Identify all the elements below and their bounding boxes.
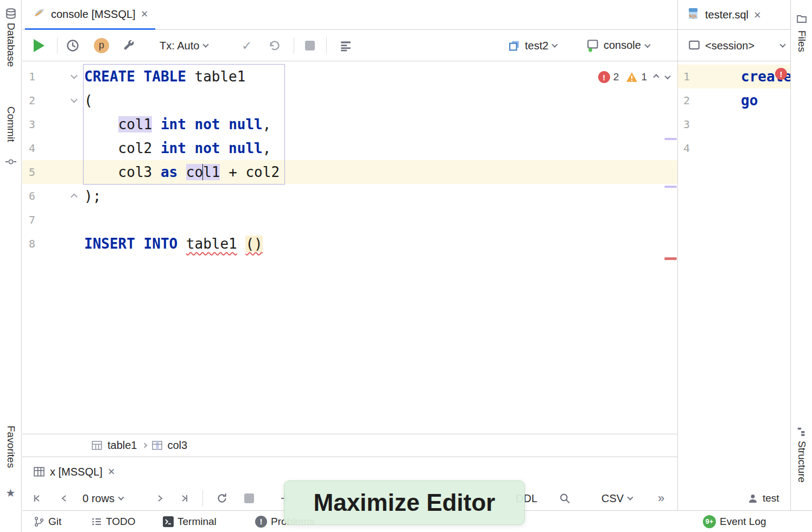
code-line-7[interactable]: 7	[22, 208, 677, 232]
console-dropdown[interactable]: console	[586, 39, 650, 53]
inspections-widget[interactable]: ! 2 1	[598, 71, 670, 83]
right-code-editor[interactable]: 1create2go34 !	[678, 61, 790, 160]
toolbar-separator	[202, 490, 203, 506]
scrollbar-change-mark[interactable]	[664, 138, 677, 140]
datasource-dropdown[interactable]: test2	[508, 39, 557, 52]
code-text[interactable]	[82, 208, 84, 232]
gutter: 2	[22, 88, 82, 112]
next-problem-icon[interactable]	[664, 73, 670, 79]
chevron-right-icon	[142, 443, 147, 448]
history-button[interactable]	[66, 39, 80, 53]
fold-marker-icon[interactable]	[71, 96, 78, 103]
search-icon	[559, 492, 570, 504]
tab-results-mssql[interactable]: x [MSSQL] ×	[25, 457, 124, 486]
session-icon	[688, 40, 701, 52]
parameters-button[interactable]: p	[94, 38, 109, 53]
warning-count[interactable]: 1	[626, 71, 647, 83]
code-text[interactable]: col2 int not null,	[82, 136, 271, 160]
commit-tx-button[interactable]: ✓	[242, 39, 252, 52]
gutter: 7	[22, 208, 82, 232]
scrollbar-error-mark[interactable]	[664, 257, 677, 260]
statusbar-event-log[interactable]: 9+ Event Log	[703, 515, 766, 528]
tab-tester-sql[interactable]: SQL tester.sql ×	[679, 0, 769, 30]
statusbar-terminal[interactable]: Terminal	[163, 516, 217, 528]
svg-text:SQL: SQL	[689, 14, 697, 18]
sidebar-item-files[interactable]: Files	[796, 30, 808, 52]
code-text[interactable]: go	[739, 88, 758, 112]
code-line-4[interactable]: 4 col2 int not null,	[22, 136, 677, 160]
code-text[interactable]: INSERT INTO table1 ()	[82, 232, 263, 256]
problems-icon: !	[255, 516, 267, 528]
code-line-5[interactable]: 5 col3 as col1 + col2	[22, 160, 677, 184]
more-options-button[interactable]: »	[658, 491, 664, 505]
code-line-8[interactable]: 8INSERT INTO table1 ()	[22, 232, 677, 256]
fold-marker-icon[interactable]	[71, 72, 78, 79]
prev-page-button[interactable]	[59, 493, 69, 504]
line-number: 4	[29, 142, 35, 155]
user-icon	[747, 493, 758, 504]
rollback-button[interactable]	[268, 39, 281, 52]
structure-icon	[797, 427, 807, 436]
code-text[interactable]: (	[82, 88, 93, 112]
gutter: 6	[22, 184, 82, 208]
statusbar-todo[interactable]: TODO	[91, 516, 136, 528]
chevron-down-icon	[779, 41, 785, 47]
code-text[interactable]: CREATE TABLE table1	[82, 65, 245, 88]
prev-problem-icon[interactable]	[653, 74, 659, 80]
code-line-2[interactable]: 2(	[22, 88, 677, 112]
last-page-button[interactable]	[179, 493, 190, 504]
close-icon[interactable]: ×	[754, 10, 761, 21]
code-line-2[interactable]: 2go	[678, 88, 790, 112]
code-line-3[interactable]: 3 col1 int not null,	[22, 112, 677, 136]
settings-button[interactable]	[122, 39, 136, 52]
main-editor-area: console [MSSQL] × p Tx: Auto ✓	[22, 0, 677, 510]
session-dropdown[interactable]: <session>	[688, 39, 785, 52]
gutter: 4	[678, 136, 739, 160]
first-page-button[interactable]	[31, 493, 42, 504]
rows-count-dropdown[interactable]: 0 rows	[83, 492, 123, 504]
undo-icon	[268, 39, 281, 52]
close-icon[interactable]: ×	[108, 466, 115, 477]
stop-button[interactable]	[305, 41, 315, 50]
execution-plan-button[interactable]	[339, 39, 352, 52]
breadcrumb: table1 col3	[22, 434, 677, 457]
code-line-6[interactable]: 6);	[22, 184, 677, 208]
code-text[interactable]: col1 int not null,	[82, 112, 271, 136]
search-button[interactable]	[559, 492, 570, 504]
run-button[interactable]	[34, 39, 45, 52]
fold-marker-icon[interactable]	[71, 193, 78, 200]
wrench-icon	[122, 39, 136, 52]
maximize-editor-hint: Maximize Editor	[284, 480, 525, 525]
tx-mode-dropdown[interactable]: Tx: Auto	[160, 39, 208, 52]
breadcrumb-table[interactable]: table1	[107, 439, 137, 452]
code-line-1[interactable]: 1CREATE TABLE table1	[22, 65, 677, 88]
stop-icon	[244, 493, 254, 503]
breadcrumb-column[interactable]: col3	[168, 439, 188, 452]
code-text[interactable]: );	[82, 184, 101, 208]
statusbar-git[interactable]: Git	[34, 516, 61, 528]
code-editor[interactable]: 1CREATE TABLE table12(3 col1 int not nul…	[22, 61, 677, 434]
code-text[interactable]: col3 as col1 + col2	[82, 160, 280, 184]
stop-button[interactable]	[244, 493, 254, 503]
code-text[interactable]	[739, 112, 741, 136]
code-text[interactable]	[739, 136, 741, 160]
scrollbar-change-mark[interactable]	[664, 186, 677, 188]
code-line-3[interactable]: 3	[678, 112, 790, 136]
sidebar-item-database[interactable]: Database	[5, 23, 17, 67]
export-format-dropdown[interactable]: CSV	[601, 492, 632, 504]
error-count[interactable]: ! 2	[598, 71, 619, 83]
gutter: 3	[22, 112, 82, 136]
reload-button[interactable]	[216, 492, 228, 504]
line-number: 4	[683, 142, 690, 155]
p-badge-icon: p	[94, 38, 109, 53]
sidebar-item-commit[interactable]: Commit	[5, 106, 17, 142]
console-label: console	[604, 39, 641, 52]
close-icon[interactable]: ×	[141, 9, 148, 20]
code-line-1[interactable]: 1create	[678, 65, 790, 88]
error-balloon-icon[interactable]: !	[775, 68, 787, 80]
sidebar-item-structure[interactable]: Structure	[796, 441, 808, 483]
tab-console-mssql[interactable]: console [MSSQL] ×	[25, 0, 155, 30]
code-line-4[interactable]: 4	[678, 136, 790, 160]
next-page-button[interactable]	[155, 493, 166, 504]
sidebar-item-favorites[interactable]: Favorites	[5, 426, 17, 468]
